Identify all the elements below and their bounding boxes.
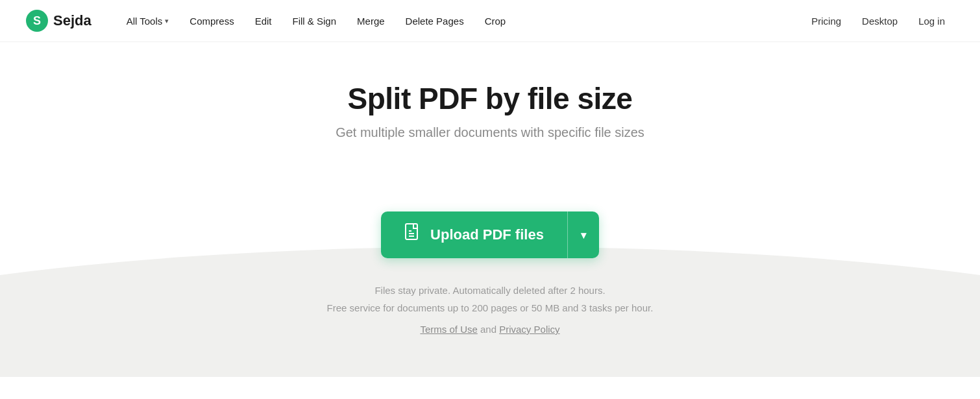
right-nav: Pricing Desktop Log in xyxy=(802,10,954,32)
privacy-link[interactable]: Privacy Policy xyxy=(499,324,559,335)
upload-button[interactable]: Upload PDF files ▾ xyxy=(381,212,599,258)
nav-fill-sign[interactable]: Fill & Sign xyxy=(284,10,346,32)
sejda-logo-icon: S xyxy=(26,10,48,32)
header: S Sejda All Tools ▾ Compress Edit Fill &… xyxy=(0,0,980,42)
nav-pricing[interactable]: Pricing xyxy=(802,10,850,32)
wave-content: Upload PDF files ▾ Files stay private. A… xyxy=(0,160,980,377)
upload-button-label: Upload PDF files xyxy=(430,226,544,243)
upload-button-main[interactable]: Upload PDF files xyxy=(381,212,567,258)
nav-desktop[interactable]: Desktop xyxy=(853,10,907,32)
terms-link[interactable]: Terms of Use xyxy=(420,324,477,335)
main-nav: All Tools ▾ Compress Edit Fill & Sign Me… xyxy=(117,10,803,32)
logo[interactable]: S Sejda xyxy=(26,10,92,32)
nav-compress[interactable]: Compress xyxy=(180,10,243,32)
pdf-upload-icon xyxy=(404,223,421,247)
service-line: Free service for documents up to 200 pag… xyxy=(327,299,654,317)
footer-note: Files stay private. Automatically delete… xyxy=(327,282,654,338)
upload-dropdown-arrow[interactable]: ▾ xyxy=(568,217,599,253)
nav-merge[interactable]: Merge xyxy=(348,10,394,32)
page-title: Split PDF by file size xyxy=(348,81,633,116)
nav-crop[interactable]: Crop xyxy=(476,10,515,32)
nav-login[interactable]: Log in xyxy=(909,10,954,32)
footer-links: Terms of Use and Privacy Policy xyxy=(327,320,654,338)
nav-all-tools[interactable]: All Tools ▾ xyxy=(117,10,178,32)
nav-delete-pages[interactable]: Delete Pages xyxy=(397,10,473,32)
and-text: and xyxy=(480,324,499,335)
svg-text:S: S xyxy=(33,14,41,27)
privacy-line: Files stay private. Automatically delete… xyxy=(327,282,654,299)
chevron-down-icon: ▾ xyxy=(165,17,169,25)
chevron-down-icon: ▾ xyxy=(581,229,586,241)
logo-text: Sejda xyxy=(53,12,92,29)
wave-section: Upload PDF files ▾ Files stay private. A… xyxy=(0,160,980,377)
nav-edit[interactable]: Edit xyxy=(246,10,281,32)
main-content: Split PDF by file size Get multiple smal… xyxy=(0,42,980,377)
page-subtitle: Get multiple smaller documents with spec… xyxy=(336,125,644,140)
